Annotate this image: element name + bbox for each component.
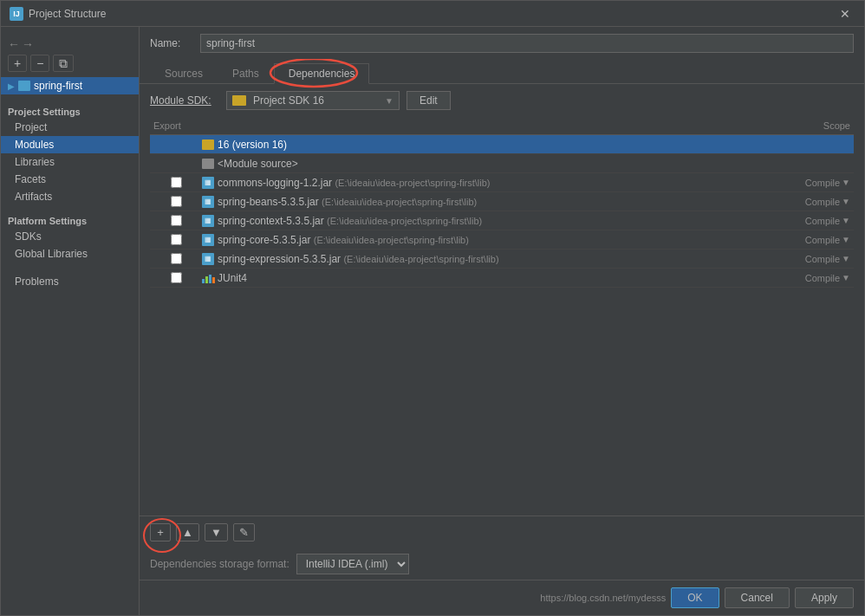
sidebar-item-global-libraries[interactable]: Global Libraries <box>1 245 139 263</box>
module-arrow-icon: ▶ <box>8 81 15 91</box>
dep-name-cell: ▦ spring-beans-5.3.5.jar (E:\ideaiu\idea… <box>202 196 767 208</box>
sidebar-item-artifacts[interactable]: Artifacts <box>1 188 139 205</box>
app-icon: IJ <box>10 7 23 21</box>
table-row[interactable]: ▦ spring-beans-5.3.5.jar (E:\ideaiu\idea… <box>150 192 854 211</box>
remove-module-button[interactable]: − <box>30 55 49 72</box>
module-source-icon <box>202 159 214 169</box>
tab-dependencies[interactable]: Dependencies <box>274 63 370 84</box>
sdk-select[interactable]: Project SDK 16 ▼ <box>226 91 400 110</box>
dep-name-cell: JUnit4 <box>202 272 767 284</box>
nav-arrows: ← → <box>1 34 139 55</box>
dep-name-text: JUnit4 <box>218 272 247 284</box>
dep-export-check[interactable] <box>150 253 202 264</box>
folder-icon <box>202 139 214 150</box>
close-button[interactable]: ✕ <box>835 5 855 23</box>
dep-name-text: spring-context-5.3.5.jar (E:\ideaiu\idea… <box>218 215 482 227</box>
problems-label: Problems <box>15 276 59 288</box>
dep-export-check[interactable] <box>150 272 202 283</box>
table-row[interactable]: 16 (version 16) <box>150 135 854 154</box>
dep-scope-cell[interactable]: Compile ▼ <box>767 178 854 188</box>
sidebar-item-facets[interactable]: Facets <box>1 171 139 188</box>
sidebar-item-libraries[interactable]: Libraries <box>1 153 139 171</box>
add-dependency-button-wrapper: + <box>150 523 171 541</box>
dep-scope-cell[interactable]: Compile ▼ <box>767 273 854 283</box>
libraries-label: Libraries <box>15 156 55 168</box>
bottom-toolbar: + ▲ ▼ ✎ <box>140 515 864 548</box>
dep-export-check[interactable] <box>150 177 202 188</box>
jar-icon: ▦ <box>202 177 214 189</box>
table-row[interactable]: JUnit4 Compile ▼ <box>150 269 854 288</box>
title-bar: IJ Project Structure ✕ <box>1 1 864 27</box>
jar-icon: ▦ <box>202 196 214 208</box>
scope-dropdown[interactable]: ▼ <box>842 197 850 206</box>
sidebar-item-project[interactable]: Project <box>1 119 139 136</box>
dependencies-tab-label: Dependencies <box>289 68 355 80</box>
export-checkbox[interactable] <box>171 253 182 264</box>
table-row[interactable]: ▦ spring-context-5.3.5.jar (E:\ideaiu\id… <box>150 211 854 230</box>
name-input[interactable] <box>200 34 854 53</box>
sources-tab-label: Sources <box>165 68 203 80</box>
storage-label: Dependencies storage format: <box>150 558 289 570</box>
right-panel: Name: Sources Paths Dependencies <box>140 27 864 615</box>
nav-forward-button[interactable]: → <box>22 37 34 51</box>
tab-paths[interactable]: Paths <box>218 63 274 83</box>
edit-dependency-button[interactable]: ✎ <box>233 523 255 541</box>
move-up-button[interactable]: ▲ <box>176 523 199 541</box>
paths-tab-label: Paths <box>232 68 259 80</box>
dep-name-cell: ▦ spring-core-5.3.5.jar (E:\ideaiu\idea-… <box>202 234 767 246</box>
platform-settings-label: Platform Settings <box>1 212 139 228</box>
table-row[interactable]: ▦ commons-logging-1.2.jar (E:\ideaiu\ide… <box>150 173 854 192</box>
dep-scope-cell[interactable]: Compile ▼ <box>767 254 854 264</box>
add-dependency-button[interactable]: + <box>150 523 171 541</box>
move-down-button[interactable]: ▼ <box>205 523 228 541</box>
cancel-button[interactable]: Cancel <box>725 587 790 608</box>
jar-icon: ▦ <box>202 234 214 246</box>
project-settings-label: Project Settings <box>1 103 139 119</box>
scope-dropdown[interactable]: ▼ <box>842 235 850 244</box>
export-checkbox[interactable] <box>171 234 182 245</box>
export-checkbox[interactable] <box>171 272 182 283</box>
dialog-footer: https://blog.csdn.net/mydesss OK Cancel … <box>140 580 864 615</box>
dep-name-text: spring-beans-5.3.5.jar (E:\ideaiu\idea-p… <box>218 196 477 208</box>
export-checkbox[interactable] <box>171 215 182 226</box>
dep-export-check[interactable] <box>150 196 202 207</box>
sdk-value: Project SDK 16 <box>253 94 324 107</box>
module-tree-item[interactable]: ▶ spring-first <box>1 77 139 94</box>
dep-name-cell: <Module source> <box>202 158 767 170</box>
table-row[interactable]: ▦ spring-core-5.3.5.jar (E:\ideaiu\idea-… <box>150 230 854 250</box>
dep-name-cell: ▦ spring-context-5.3.5.jar (E:\ideaiu\id… <box>202 215 767 227</box>
modules-label: Modules <box>15 139 54 151</box>
sidebar-item-modules[interactable]: Modules <box>1 136 139 153</box>
scope-dropdown[interactable]: ▼ <box>842 254 850 263</box>
sidebar: ← → + − ⧉ ▶ spring-first Project Setting… <box>1 27 140 615</box>
dep-name-cell: 16 (version 16) <box>202 139 767 151</box>
table-row[interactable]: ▦ spring-expression-5.3.5.jar (E:\ideaiu… <box>150 250 854 269</box>
edit-sdk-button[interactable]: Edit <box>406 91 451 110</box>
dep-scope-cell[interactable]: Compile ▼ <box>767 235 854 245</box>
apply-button[interactable]: Apply <box>795 587 854 608</box>
main-content: ← → + − ⧉ ▶ spring-first Project Setting… <box>1 27 864 615</box>
add-module-button[interactable]: + <box>8 55 27 72</box>
dep-export-check[interactable] <box>150 234 202 245</box>
sidebar-item-sdks[interactable]: SDKs <box>1 228 139 245</box>
copy-module-button[interactable]: ⧉ <box>53 55 74 72</box>
facets-label: Facets <box>15 173 46 185</box>
table-row[interactable]: <Module source> <box>150 154 854 173</box>
scope-dropdown[interactable]: ▼ <box>842 216 850 225</box>
dep-export-check[interactable] <box>150 215 202 226</box>
dep-name-text: spring-expression-5.3.5.jar (E:\ideaiu\i… <box>218 253 499 265</box>
dep-name-cell: ▦ spring-expression-5.3.5.jar (E:\ideaiu… <box>202 253 767 265</box>
export-checkbox[interactable] <box>171 196 182 207</box>
sidebar-item-problems[interactable]: Problems <box>1 273 139 290</box>
export-column-header: Export <box>150 120 202 131</box>
storage-format-select[interactable]: IntelliJ IDEA (.iml) <box>296 554 409 574</box>
scope-dropdown[interactable]: ▼ <box>842 273 850 282</box>
dep-scope-cell[interactable]: Compile ▼ <box>767 216 854 226</box>
ok-button[interactable]: OK <box>671 587 719 608</box>
dep-scope-cell[interactable]: Compile ▼ <box>767 197 854 207</box>
tab-sources[interactable]: Sources <box>150 63 218 83</box>
dialog-title: Project Structure <box>29 8 106 20</box>
nav-back-button[interactable]: ← <box>8 37 20 51</box>
scope-dropdown[interactable]: ▼ <box>842 178 850 187</box>
export-checkbox[interactable] <box>171 177 182 188</box>
